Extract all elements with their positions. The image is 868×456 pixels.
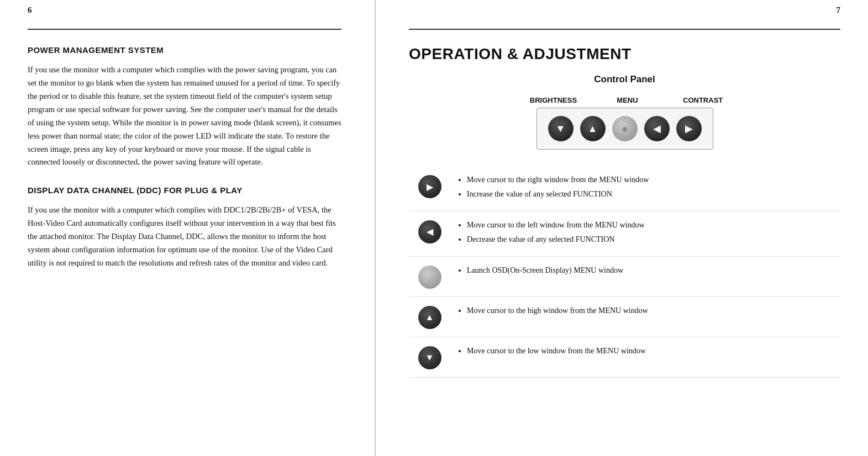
desc-icon-area-4: ▼ <box>414 345 445 369</box>
desc-icon-3: ▲ <box>418 306 441 329</box>
desc-icon-1: ◀ <box>418 220 441 243</box>
desc-bullet-3-0: Move cursor to the high window from the … <box>467 305 835 317</box>
descriptions-grid: ▶Move cursor to the right window from th… <box>409 166 840 378</box>
control-diagram: BRIGHTNESS MENU CONTRAST <box>409 96 840 150</box>
top-rule-left <box>28 29 341 30</box>
control-labels: BRIGHTNESS MENU CONTRAST <box>509 96 741 104</box>
desc-icon-2 <box>418 266 441 289</box>
desc-row-1: ◀Move cursor to the left window from the… <box>409 211 840 257</box>
right-icon: ▶ <box>427 182 433 192</box>
up-icon: ▲ <box>425 312 434 322</box>
desc-icon-area-0: ▶ <box>414 174 445 198</box>
brightness-up-button[interactable] <box>580 116 606 141</box>
top-rule-right <box>409 29 840 30</box>
section1-title: POWER MANAGEMENT SYSTEM <box>28 45 341 55</box>
main-title: OPERATION & ADJUSTMENT <box>409 45 840 63</box>
desc-row-0: ▶Move cursor to the right window from th… <box>409 166 840 211</box>
desc-row-4: ▼Move cursor to the low window from the … <box>409 337 840 378</box>
desc-icon-0: ▶ <box>418 175 441 198</box>
page-right: 7 OPERATION & ADJUSTMENT Control Panel B… <box>376 0 868 456</box>
desc-icon-area-2 <box>414 264 445 289</box>
desc-bullets-0: Move cursor to the right window from the… <box>456 174 835 203</box>
contrast-left-button[interactable] <box>644 116 670 141</box>
down-arrow-icon <box>556 123 566 135</box>
circle-icon <box>621 123 628 135</box>
page-number-left: 6 <box>28 6 32 15</box>
page-left: 6 POWER MANAGEMENT SYSTEM If you use the… <box>0 0 376 456</box>
right-arrow-icon <box>685 123 693 135</box>
brightness-label: BRIGHTNESS <box>530 96 574 104</box>
control-panel-title: Control Panel <box>409 74 840 85</box>
desc-bullet-1-0: Move cursor to the left window from the … <box>467 219 835 231</box>
desc-row-2: Launch OSD(On-Screen Display) MENU windo… <box>409 257 840 297</box>
desc-icon-4: ▼ <box>418 346 441 369</box>
left-arrow-icon <box>653 123 661 135</box>
page-number-right: 7 <box>837 6 841 15</box>
desc-icon-area-1: ◀ <box>414 219 445 243</box>
desc-bullet-0-1: Increase the value of any selected FUNCT… <box>467 188 835 200</box>
desc-bullets-4: Move cursor to the low window from the M… <box>456 345 835 359</box>
contrast-label: CONTRAST <box>681 96 725 104</box>
desc-bullet-4-0: Move cursor to the low window from the M… <box>467 345 835 357</box>
contrast-right-button[interactable] <box>676 116 702 141</box>
section1-body: If you use the monitor with a computer w… <box>28 63 341 169</box>
desc-bullets-2: Launch OSD(On-Screen Display) MENU windo… <box>456 264 835 279</box>
desc-bullet-0-0: Move cursor to the right window from the… <box>467 174 835 186</box>
down-icon: ▼ <box>425 353 434 363</box>
brightness-down-button[interactable] <box>548 116 574 141</box>
left-icon: ◀ <box>427 226 433 237</box>
up-arrow-icon <box>588 123 598 135</box>
control-buttons-row <box>536 108 713 150</box>
desc-icon-area-3: ▲ <box>414 305 445 329</box>
menu-button[interactable] <box>612 116 638 141</box>
desc-row-3: ▲Move cursor to the high window from the… <box>409 297 840 337</box>
desc-bullet-2-0: Launch OSD(On-Screen Display) MENU windo… <box>467 264 835 277</box>
desc-bullet-1-1: Decrease the value of any selected FUNCT… <box>467 234 835 246</box>
desc-bullets-1: Move cursor to the left window from the … <box>456 219 835 248</box>
desc-bullets-3: Move cursor to the high window from the … <box>456 305 835 319</box>
section2-title: DISPLAY DATA CHANNEL (DDC) FOR PLUG & PL… <box>28 185 341 195</box>
menu-label: MENU <box>605 96 649 104</box>
section2-body: If you use the monitor with a computer w… <box>28 204 341 270</box>
